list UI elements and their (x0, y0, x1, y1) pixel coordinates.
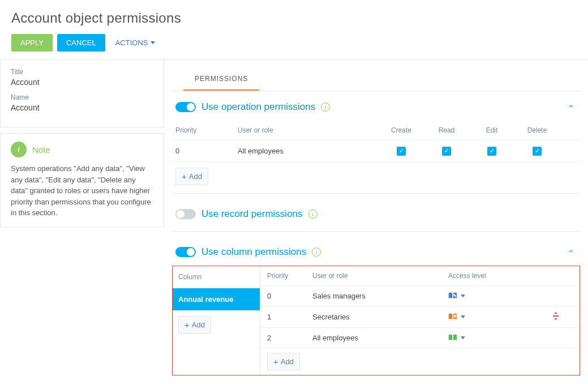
record-permissions-section: Use record permissions i (172, 208, 580, 236)
page-header: Account object permissions APPLY CANCEL … (0, 0, 588, 60)
access-level-select[interactable] (448, 292, 539, 300)
column-list: Column Annual revenue + Add (173, 266, 260, 375)
actions-label: ACTIONS (115, 39, 148, 47)
page-title: Account object permissions (11, 10, 577, 26)
book-read-icon (448, 334, 457, 342)
cp-user: Secretaries (312, 313, 448, 321)
add-operation-button[interactable]: + Add (175, 168, 208, 185)
column-access-row[interactable]: 1 Secretaries (260, 306, 580, 328)
col-read: Read (424, 126, 469, 134)
plus-icon: + (273, 357, 278, 366)
collapse-caret-icon[interactable]: ⌃ (568, 249, 574, 258)
operation-row[interactable]: 0 All employees (172, 140, 580, 162)
add-column-access-button[interactable]: + Add (267, 353, 300, 370)
operation-permissions-section: Use operation permissions i ⌃ Priority U… (172, 101, 580, 198)
toolbar: APPLY CANCEL ACTIONS (11, 34, 577, 52)
info-icon: i (11, 142, 27, 157)
tab-permissions[interactable]: PERMISSIONS (183, 68, 259, 91)
main-content: PERMISSIONS Use operation permissions i … (164, 60, 588, 384)
title-value[interactable]: Account (11, 78, 153, 87)
add-label: Add (281, 357, 294, 366)
help-icon[interactable]: i (308, 210, 317, 219)
cp-user: All employees (312, 334, 448, 342)
note-body: System operations "Add any data", "View … (11, 163, 153, 219)
add-label: Add (192, 321, 205, 329)
column-title[interactable]: Use column permissions (201, 246, 306, 258)
apply-button[interactable]: APPLY (11, 34, 53, 52)
column-access-row[interactable]: 2 All employees (260, 328, 580, 348)
col-delete: Delete (514, 126, 560, 134)
svg-rect-0 (553, 315, 559, 317)
row-priority: 0 (175, 147, 238, 155)
column-access-row[interactable]: 0 Sales managers (260, 286, 580, 306)
collapse-caret-icon[interactable]: ⌃ (568, 104, 574, 113)
operation-table: Priority User or role Create Read Edit D… (172, 121, 580, 162)
cp-user: Sales managers (312, 292, 448, 300)
access-level-select[interactable] (448, 334, 539, 342)
operation-toggle[interactable] (175, 102, 196, 112)
plus-icon: + (184, 320, 190, 330)
note-title: Note (32, 145, 50, 155)
book-edit-icon (448, 292, 457, 300)
record-title[interactable]: Use record permissions (201, 208, 303, 220)
chevron-down-icon (461, 336, 465, 339)
col-edit: Edit (469, 126, 514, 134)
delete-checkbox[interactable] (533, 147, 542, 156)
plus-icon: + (182, 172, 187, 181)
edit-checkbox[interactable] (487, 147, 496, 156)
column-permissions-section: Use column permissions i ⌃ Column Annual… (172, 246, 580, 380)
name-label: Name (11, 93, 153, 101)
cancel-button[interactable]: CANCEL (57, 34, 105, 52)
cp-col-access: Access level (448, 272, 539, 280)
col-create: Create (379, 126, 424, 134)
cp-col-user: User or role (312, 272, 448, 280)
add-column-button[interactable]: + Add (178, 316, 211, 334)
title-label: Title (11, 68, 153, 76)
column-access-table: Priority User or role Access level 0 Sal… (260, 266, 580, 375)
col-user: User or role (238, 126, 379, 134)
drag-handle-icon[interactable] (539, 312, 573, 322)
chevron-down-icon (461, 295, 465, 297)
add-label: Add (189, 172, 202, 181)
column-permissions-box: Column Annual revenue + Add Priority Use… (172, 266, 580, 376)
read-checkbox[interactable] (442, 147, 451, 156)
actions-menu[interactable]: ACTIONS (115, 39, 155, 47)
help-icon[interactable]: i (321, 103, 330, 112)
record-toggle[interactable] (175, 209, 196, 219)
row-user: All employees (238, 147, 379, 155)
name-value[interactable]: Account (11, 103, 153, 112)
cp-priority: 1 (267, 313, 312, 321)
tabs: PERMISSIONS (172, 66, 580, 91)
chevron-down-icon (151, 41, 155, 44)
cp-col-priority: Priority (267, 272, 312, 280)
book-deny-icon (448, 313, 457, 321)
column-item-annual-revenue[interactable]: Annual revenue (173, 288, 260, 310)
cp-priority: 2 (267, 334, 312, 342)
column-list-header: Column (173, 266, 260, 288)
create-checkbox[interactable] (397, 147, 406, 156)
access-level-select[interactable] (448, 313, 539, 321)
details-panel: Title Account Name Account (0, 60, 164, 127)
cp-priority: 0 (267, 292, 312, 300)
help-icon[interactable]: i (312, 248, 321, 257)
sidebar: Title Account Name Account i Note System… (0, 60, 164, 384)
operation-title[interactable]: Use operation permissions (201, 101, 315, 113)
chevron-down-icon (461, 315, 465, 318)
col-priority: Priority (175, 126, 238, 134)
note-panel: i Note System operations "Add any data",… (0, 133, 164, 227)
column-toggle[interactable] (175, 247, 196, 257)
